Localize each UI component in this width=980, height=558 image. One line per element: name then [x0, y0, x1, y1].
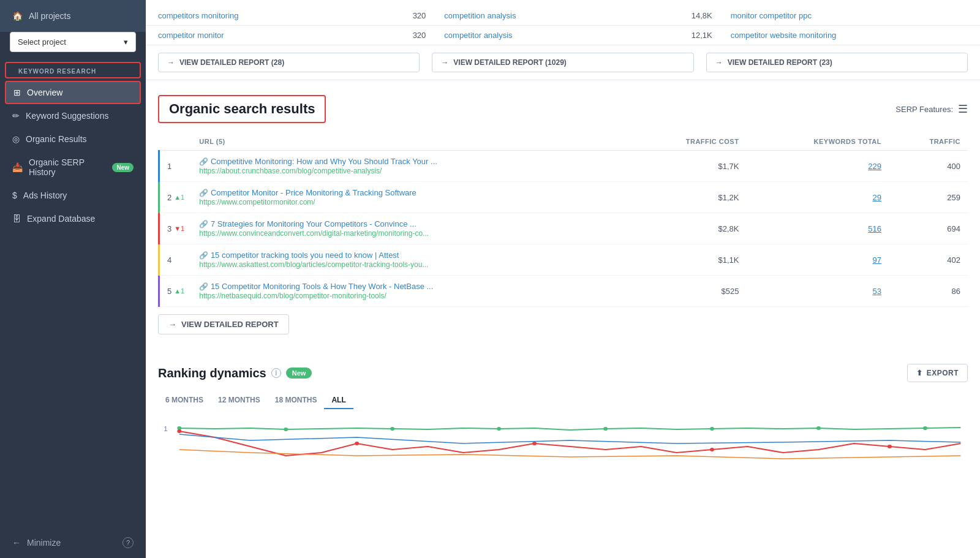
svg-point-5 [603, 427, 608, 431]
kw-link-5[interactable]: competitor analysis [444, 31, 681, 40]
sidebar-item-label: Organic Results [26, 134, 87, 144]
sidebar-item-ads-history[interactable]: $ Ads History [0, 184, 146, 207]
organic-view-report-btn[interactable]: → VIEW DETAILED REPORT [158, 314, 289, 334]
result-title[interactable]: 15 competitor tracking tools you need to… [211, 251, 399, 260]
external-link-icon: 🔗 [199, 157, 208, 166]
result-title[interactable]: 7 Strategies for Monitoring Your Competi… [211, 219, 417, 228]
kw-vol-4: 320 [395, 31, 444, 40]
organic-title: Organic search results [158, 95, 326, 123]
dollar-icon: $ [12, 190, 17, 200]
all-projects-link[interactable]: 🏠 All projects [0, 0, 146, 32]
sidebar-item-organic-results[interactable]: ◎ Organic Results [0, 127, 146, 151]
report-btn-3-label: VIEW DETAILED REPORT (23) [728, 58, 832, 67]
rank-cell: 2 ▲1 [159, 182, 192, 213]
result-title[interactable]: Competitor Monitor - Price Monitoring & … [211, 188, 417, 197]
svg-point-10 [355, 442, 359, 445]
rank-number: 4 [167, 255, 184, 265]
traffic-cost-value: $525 [721, 287, 739, 296]
pencil-icon: ✏ [12, 111, 20, 121]
circle-icon: ◎ [12, 134, 20, 144]
traffic-cost-cell: $1,2K [629, 182, 746, 213]
report-buttons-row: → VIEW DETAILED REPORT (28) → VIEW DETAI… [146, 45, 980, 80]
result-title[interactable]: 15 Competitor Monitoring Tools & How The… [211, 282, 433, 291]
ranking-chart: 1 [158, 419, 968, 468]
time-tabs: 6 MONTHS 12 MONTHS 18 MONTHS ALL [158, 392, 968, 409]
table-row: 5 ▲1 🔗 15 Competitor Monitoring Tools & … [159, 276, 968, 307]
result-title[interactable]: Competitive Monitoring: How and Why You … [211, 157, 437, 166]
svg-point-11 [532, 442, 537, 445]
export-button[interactable]: ⬆ EXPORT [907, 364, 968, 382]
sidebar-item-overview[interactable]: ⊞ Overview [5, 81, 141, 104]
organic-header: Organic search results SERP Features: ☰ [158, 95, 968, 123]
tab-6months[interactable]: 6 MONTHS [158, 392, 211, 409]
keywords-total-value[interactable]: 29 [873, 193, 881, 202]
serp-features-icon[interactable]: ☰ [958, 102, 968, 116]
table-row: 1 🔗 Competitive Monitoring: How and Why … [159, 151, 968, 182]
traffic-value: 694 [947, 224, 960, 233]
kw-link-3[interactable]: monitor competitor ppc [731, 11, 968, 20]
traffic-cost-cell: $1,1K [629, 244, 746, 276]
result-url: https://www.convinceandconvert.com/digit… [199, 229, 429, 238]
chevron-down-icon: ▾ [124, 37, 128, 47]
traffic-cost-cell: $1,7K [629, 151, 746, 182]
project-select[interactable]: Select project ▾ [10, 32, 136, 52]
result-url: https://www.askattest.com/blog/articles/… [199, 260, 428, 269]
sidebar-item-expand-database[interactable]: 🗄 Expand Database [0, 207, 146, 230]
sidebar-item-organic-serp-history[interactable]: 📥 Organic SERP History New [0, 151, 146, 184]
keywords-total-cell: 53 [746, 276, 889, 307]
report-btn-2[interactable]: → VIEW DETAILED REPORT (1029) [432, 53, 693, 72]
tab-12months[interactable]: 12 MONTHS [211, 392, 268, 409]
traffic-cost-cell: $525 [629, 276, 746, 307]
grid-icon: ⊞ [13, 88, 21, 97]
kw-vol-5: 12,1K [682, 31, 731, 40]
arrow-right-icon-2: → [441, 58, 448, 67]
report-btn-2-label: VIEW DETAILED REPORT (1029) [453, 58, 566, 67]
kw-link-4[interactable]: competitor monitor [158, 31, 395, 40]
keywords-total-value[interactable]: 97 [873, 255, 881, 265]
arrow-right-icon-organic: → [168, 320, 176, 329]
traffic-cost-value: $1,7K [718, 162, 739, 171]
external-link-icon: 🔗 [199, 220, 208, 228]
keywords-total-value[interactable]: 53 [873, 287, 881, 296]
arrow-left-icon: ← [12, 538, 21, 548]
inbox-icon: 📥 [12, 162, 23, 172]
sidebar-item-label: Organic SERP History [29, 157, 106, 177]
report-btn-3[interactable]: → VIEW DETAILED REPORT (23) [706, 53, 968, 72]
traffic-cost-value: $2,8K [718, 224, 739, 233]
tab-18months[interactable]: 18 MONTHS [268, 392, 325, 409]
sidebar: 🏠 All projects Select project ▾ KEYWORD … [0, 0, 146, 558]
home-icon: 🏠 [12, 11, 23, 21]
keyword-row-1: competitors monitoring 320 competition a… [146, 6, 980, 26]
rank-number: 2 ▲1 [167, 193, 184, 202]
top-keywords-section: competitors monitoring 320 competition a… [146, 0, 980, 80]
kw-link-2[interactable]: competition analysis [444, 11, 681, 20]
keyword-research-section-label: KEYWORD RESEARCH [5, 62, 141, 78]
keywords-total-value[interactable]: 229 [868, 162, 881, 171]
kw-link-6[interactable]: competitor website monitoring [731, 31, 968, 40]
url-cell: 🔗 15 competitor tracking tools you need … [192, 244, 629, 276]
traffic-cost-cell: $2,8K [629, 213, 746, 244]
traffic-value: 400 [947, 162, 960, 171]
keywords-total-value[interactable]: 516 [868, 224, 881, 233]
report-btn-1-label: VIEW DETAILED REPORT (28) [179, 58, 284, 67]
organic-section: Organic search results SERP Features: ☰ … [146, 80, 980, 349]
svg-point-8 [923, 426, 927, 430]
all-projects-label: All projects [29, 11, 70, 21]
traffic-cell: 400 [889, 151, 968, 182]
sidebar-item-label: Ads History [23, 190, 67, 200]
keyword-row-2: competitor monitor 320 competitor analys… [146, 26, 980, 45]
result-url: https://about.crunchbase.com/blog/compet… [199, 167, 382, 175]
minimize-label: Minimize [27, 538, 61, 548]
col-url: URL (5) [192, 133, 629, 151]
minimize-button[interactable]: ← Minimize ? [0, 527, 146, 558]
arrow-right-icon-3: → [715, 58, 723, 67]
tab-all[interactable]: ALL [324, 392, 353, 409]
sidebar-item-keyword-suggestions[interactable]: ✏ Keyword Suggestions [0, 104, 146, 127]
external-link-icon: 🔗 [199, 282, 208, 291]
result-url: https://www.competitormonitor.com/ [199, 198, 315, 206]
sidebar-item-label: Overview [27, 88, 62, 97]
kw-link-1[interactable]: competitors monitoring [158, 11, 395, 20]
kw-vol-2: 14,8K [682, 11, 731, 20]
col-traffic: TRAFFIC [889, 133, 968, 151]
report-btn-1[interactable]: → VIEW DETAILED REPORT (28) [158, 53, 420, 72]
